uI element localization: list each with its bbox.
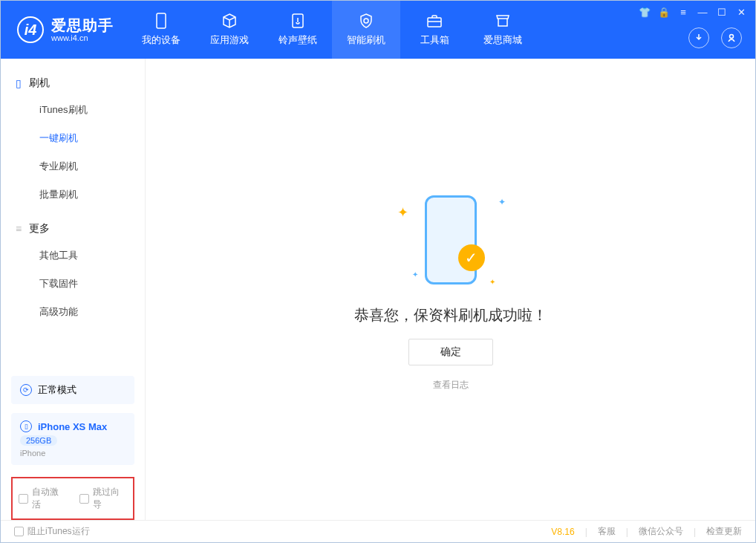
nav-apps-games[interactable]: 应用游戏 bbox=[195, 1, 264, 59]
header: i4 爱思助手 www.i4.cn 我的设备 应用游戏 铃声壁纸 智能刷机 工具… bbox=[1, 1, 755, 59]
sidebar-item-other-tools[interactable]: 其他工具 bbox=[1, 241, 145, 270]
checkbox-auto-activate[interactable]: 自动激活 bbox=[19, 486, 66, 511]
sidebar-item-oneclick-flash[interactable]: 一键刷机 bbox=[1, 124, 145, 152]
main-content: ✦ ✦ ✦ ✦ ✓ 恭喜您，保资料刷机成功啦！ 确定 查看日志 bbox=[146, 59, 755, 520]
window-controls: 👕 🔒 ≡ ― ☐ ✕ bbox=[638, 5, 748, 19]
minimize-button[interactable]: ― bbox=[696, 5, 709, 19]
logo[interactable]: i4 爱思助手 www.i4.cn bbox=[1, 16, 127, 43]
ok-button[interactable]: 确定 bbox=[408, 339, 493, 365]
mode-card[interactable]: ⟳ 正常模式 bbox=[11, 376, 134, 404]
sidebar-item-batch-flash[interactable]: 批量刷机 bbox=[1, 181, 145, 209]
lock-icon[interactable]: 🔒 bbox=[657, 5, 671, 19]
logo-icon: i4 bbox=[17, 16, 44, 43]
store-icon bbox=[495, 13, 511, 29]
user-button[interactable] bbox=[721, 27, 742, 48]
app-url: www.i4.cn bbox=[51, 33, 114, 42]
svg-rect-2 bbox=[428, 18, 441, 27]
main-nav: 我的设备 应用游戏 铃声壁纸 智能刷机 工具箱 爱思商城 bbox=[127, 1, 537, 59]
nav-store[interactable]: 爱思商城 bbox=[469, 1, 537, 59]
nav-my-device[interactable]: 我的设备 bbox=[127, 1, 195, 59]
view-log-link[interactable]: 查看日志 bbox=[433, 379, 469, 391]
svg-point-3 bbox=[730, 35, 734, 39]
wechat-link[interactable]: 微信公众号 bbox=[639, 525, 683, 538]
checkbox-skip-guide[interactable]: 跳过向导 bbox=[79, 486, 127, 511]
cube-icon bbox=[221, 13, 238, 29]
nav-ringtones[interactable]: 铃声壁纸 bbox=[264, 1, 332, 59]
phone-illustration-icon bbox=[425, 195, 477, 284]
app-title: 爱思助手 bbox=[51, 17, 114, 33]
nav-smart-flash[interactable]: 智能刷机 bbox=[332, 1, 400, 59]
success-illustration: ✦ ✦ ✦ ✦ ✓ bbox=[391, 188, 510, 292]
music-file-icon bbox=[290, 13, 306, 29]
header-actions bbox=[688, 27, 742, 48]
phone-icon: ▯ bbox=[16, 77, 22, 89]
sidebar-group-flash: ▯ 刷机 bbox=[1, 71, 145, 96]
highlighted-options: 自动激活 跳过向导 bbox=[11, 477, 134, 520]
footer: 阻止iTunes运行 V8.16 | 客服 | 微信公众号 | 检查更新 bbox=[1, 520, 755, 542]
sidebar-group-more: ≡ 更多 bbox=[1, 216, 145, 241]
sidebar-item-download-firmware[interactable]: 下载固件 bbox=[1, 270, 145, 298]
list-icon: ≡ bbox=[16, 223, 22, 235]
menu-icon[interactable]: ≡ bbox=[677, 5, 690, 19]
svg-rect-0 bbox=[157, 13, 166, 28]
sidebar-item-advanced[interactable]: 高级功能 bbox=[1, 298, 145, 326]
storage-badge: 256GB bbox=[20, 435, 57, 446]
version-label: V8.16 bbox=[551, 527, 574, 537]
nav-toolbox[interactable]: 工具箱 bbox=[400, 1, 469, 59]
check-update-link[interactable]: 检查更新 bbox=[706, 525, 742, 538]
device-name: iPhone XS Max bbox=[38, 421, 107, 432]
toolbox-icon bbox=[426, 13, 443, 29]
phone-small-icon: ▯ bbox=[20, 420, 32, 432]
refresh-shield-icon bbox=[358, 13, 374, 29]
device-type: iPhone bbox=[20, 449, 45, 458]
mode-icon: ⟳ bbox=[20, 384, 32, 396]
shirt-icon[interactable]: 👕 bbox=[638, 5, 651, 19]
device-icon bbox=[153, 13, 169, 29]
checkbox-block-itunes[interactable]: 阻止iTunes运行 bbox=[14, 525, 90, 538]
success-message: 恭喜您，保资料刷机成功啦！ bbox=[354, 305, 547, 325]
maximize-button[interactable]: ☐ bbox=[715, 5, 729, 19]
close-button[interactable]: ✕ bbox=[734, 5, 748, 19]
support-link[interactable]: 客服 bbox=[598, 525, 616, 538]
sidebar: ▯ 刷机 iTunes刷机 一键刷机 专业刷机 批量刷机 ≡ 更多 其他工具 下… bbox=[1, 59, 146, 520]
sidebar-item-pro-flash[interactable]: 专业刷机 bbox=[1, 152, 145, 181]
mode-label: 正常模式 bbox=[38, 383, 76, 397]
device-card[interactable]: ▯ iPhone XS Max 256GB iPhone bbox=[11, 413, 134, 465]
download-button[interactable] bbox=[688, 27, 709, 48]
sidebar-item-itunes-flash[interactable]: iTunes刷机 bbox=[1, 96, 145, 124]
check-badge-icon: ✓ bbox=[458, 244, 485, 271]
